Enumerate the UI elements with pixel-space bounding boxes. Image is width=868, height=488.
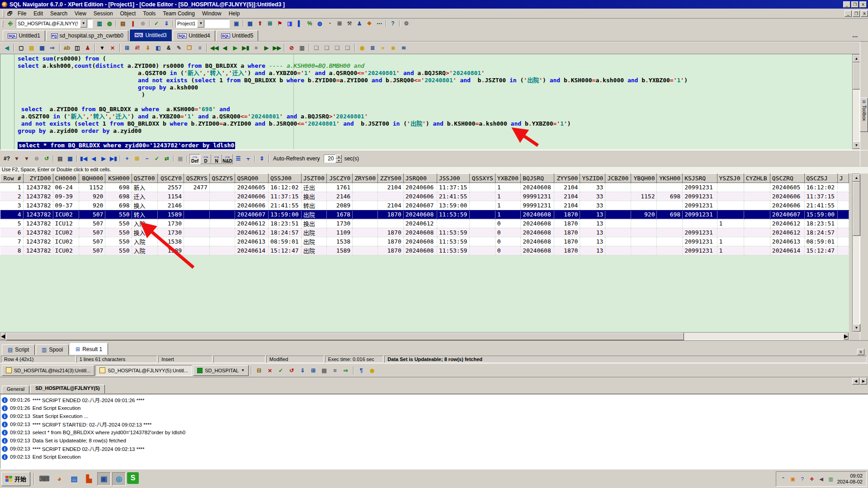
restore-button[interactable]: ❐ (851, 1, 859, 8)
cell[interactable]: 20240614 (235, 246, 269, 255)
cell[interactable] (470, 237, 495, 246)
col-header-yszsj0[interactable]: YSZSJ0 (717, 174, 744, 183)
optimize-lamp-icon[interactable]: ◙ (388, 43, 398, 52)
child-restore-button[interactable]: ❐ (853, 10, 860, 17)
menu-help[interactable]: Help (225, 9, 244, 18)
cell[interactable] (184, 201, 210, 210)
open-file-icon[interactable]: ▤ (27, 43, 37, 52)
cell[interactable]: 0 (495, 219, 520, 228)
cell[interactable] (184, 237, 210, 246)
cell[interactable]: 33 (580, 192, 605, 201)
cell[interactable] (184, 192, 210, 201)
cell[interactable]: 1870 (378, 210, 404, 219)
cell[interactable] (209, 237, 235, 246)
cell[interactable]: 13 (580, 210, 605, 219)
tray-network-icon[interactable]: ▥ (827, 475, 835, 483)
indent-icon[interactable]: ≡ (195, 43, 205, 52)
cell[interactable]: 1870 (554, 237, 580, 246)
col-header-ksjsrq[interactable]: KSJSRQ (683, 174, 717, 183)
cell[interactable] (209, 219, 235, 228)
cell[interactable] (717, 210, 744, 219)
cell[interactable]: 2477 (184, 183, 210, 192)
form-icon[interactable]: ▤ (319, 366, 329, 375)
cell[interactable]: 0 (495, 228, 520, 237)
editor-scroll-up-icon[interactable]: ▲ (853, 55, 860, 62)
insert-record-icon[interactable]: + (122, 154, 132, 163)
code-line-8[interactable]: select a.ZYID00 from BQ_BRLDXX a where a… (18, 106, 688, 113)
halt-icon[interactable]: ⊘ (287, 43, 297, 52)
cell[interactable]: 16:12:02 (268, 183, 301, 192)
cell[interactable] (209, 192, 235, 201)
tab-overflow-icon[interactable]: ⋯ (850, 32, 860, 41)
cell[interactable]: 20240606 (770, 192, 804, 201)
menu-file[interactable]: File (14, 9, 30, 18)
cell[interactable] (470, 210, 495, 219)
cell[interactable]: 920 (79, 201, 105, 210)
cell[interactable] (209, 228, 235, 237)
cell[interactable]: 20240605 (770, 183, 804, 192)
cell[interactable] (744, 228, 770, 237)
cell[interactable] (209, 183, 235, 192)
cell[interactable]: 698 (105, 192, 132, 201)
cell[interactable]: 1730 (326, 219, 352, 228)
cell[interactable]: 1589 (157, 210, 184, 219)
cell[interactable]: 11:53:59 (437, 246, 470, 255)
editor-vertical-scrollbar[interactable]: ▲ ▼ (852, 54, 860, 150)
null-mode-def-button[interactable]: ⌐¬Def (189, 154, 200, 164)
cell[interactable] (657, 228, 683, 237)
editor-scroll-down-icon[interactable]: ▼ (853, 141, 860, 149)
grid-row-6[interactable]: 61243782ICU02507550换入17302024061218:24:5… (0, 228, 849, 237)
sort-data-icon[interactable]: ▼ (12, 154, 22, 163)
cell[interactable]: 1761 (326, 183, 352, 192)
save-grid-icon[interactable]: ▦ (65, 154, 75, 163)
code-line-13[interactable]: select * from BQ_BRLDXX where zyid00='12… (18, 142, 688, 149)
cell[interactable] (631, 246, 657, 255)
tools-icon[interactable]: ⚒ (344, 19, 354, 28)
toolbox-tab[interactable]: ⊞ Toolbox (860, 98, 868, 132)
grid-plus-icon[interactable]: ⊞ (335, 19, 344, 28)
start-button[interactable]: 开始 (1, 472, 30, 486)
session-button-sd-hospital[interactable]: SD_HOSPITAL▼ (193, 365, 249, 376)
cell[interactable]: 20991231 (683, 228, 717, 237)
cell[interactable] (631, 237, 657, 246)
cell[interactable] (837, 201, 849, 210)
grid-row-7[interactable]: 71243782ICU02507550入院15382024061308:59:0… (0, 237, 849, 246)
first-record-icon[interactable]: ▮◀ (79, 154, 89, 163)
code-line-6[interactable]: ) (18, 91, 688, 99)
export-log-icon[interactable]: ⇨ (341, 366, 351, 375)
project-combo[interactable]: Project1 ▼ (175, 19, 230, 28)
layers-icon[interactable]: ≋ (399, 43, 409, 52)
cell[interactable]: 出院 (301, 246, 326, 255)
cell[interactable]: 11:37:15 (268, 192, 301, 201)
form-view-icon[interactable]: ⫟ (243, 154, 253, 163)
cell[interactable]: 20240608 (403, 237, 437, 246)
null-mode-d-button[interactable]: ⌐¬D (200, 154, 211, 164)
load-data-icon[interactable]: ⬇ (143, 43, 153, 52)
cell[interactable]: 13 (580, 228, 605, 237)
cell[interactable] (209, 210, 235, 219)
cell[interactable] (657, 246, 683, 255)
cell[interactable] (605, 192, 631, 201)
options-gear-icon[interactable]: ⚙ (401, 19, 411, 28)
filter-remove-icon[interactable]: ⨯ (108, 43, 118, 52)
wrap-icon[interactable]: ¶ (356, 366, 366, 375)
team-coding-icon[interactable]: ▦ (245, 19, 255, 28)
run-icon[interactable]: ▶ (230, 43, 240, 52)
cell[interactable]: 8 (0, 246, 24, 255)
col-header-j[interactable]: J (837, 174, 849, 183)
doc-tab-untitled1[interactable]: SQLUntitled1 (3, 30, 45, 41)
cell[interactable]: 20240608 (403, 210, 437, 219)
doc-tab-untitled4[interactable]: SQLUntitled4 (173, 30, 215, 41)
grid-row-1[interactable]: 1124378206-241152698新入255724772024060516… (0, 183, 849, 192)
help-context-icon[interactable]: ? (388, 19, 398, 28)
col-header-qssxys[interactable]: QSSXYS (470, 174, 495, 183)
col-header-qssj00[interactable]: QSSJ00 (268, 174, 301, 183)
cell[interactable] (657, 183, 683, 192)
cell[interactable] (744, 219, 770, 228)
close-button[interactable]: X (859, 1, 867, 8)
cell[interactable]: 转出 (301, 201, 326, 210)
bookmark2-icon[interactable]: ❏ (322, 43, 332, 52)
cell[interactable] (631, 183, 657, 192)
cell[interactable]: 20240606 (403, 192, 437, 201)
cell[interactable]: 20240607 (770, 210, 804, 219)
